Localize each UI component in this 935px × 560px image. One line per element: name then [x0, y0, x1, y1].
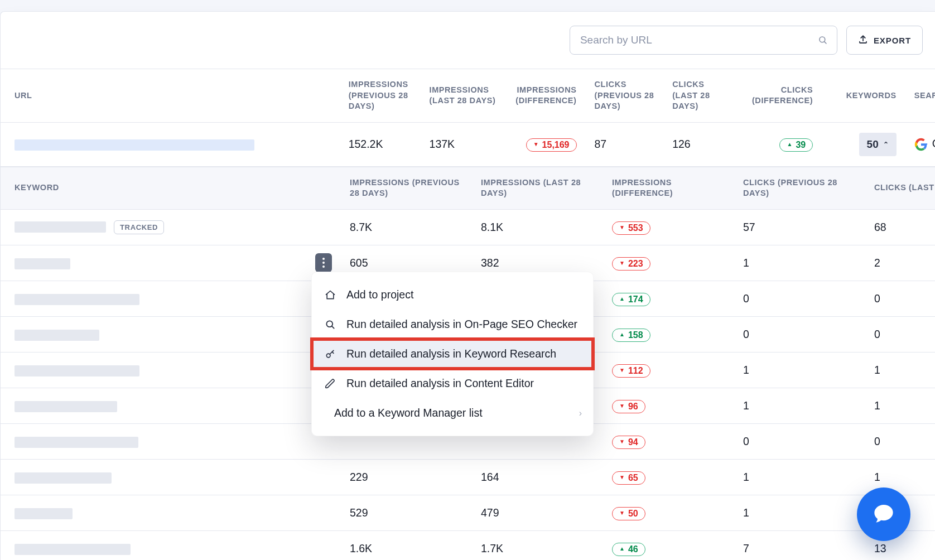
cell-clk-prev: 87: [586, 122, 664, 166]
cell-kw-imp-diff: ▼223: [603, 245, 734, 281]
chat-icon: [873, 502, 895, 527]
cell-kw-imp-last: 1.7K: [472, 530, 603, 560]
cell-kw-clk-last: 68: [865, 209, 935, 245]
pencil-icon: [324, 378, 336, 389]
col-search-engine[interactable]: SEARCH ENGINE: [905, 69, 935, 123]
search-icon: [324, 319, 336, 330]
cell-kw-clk-prev: 1: [734, 495, 865, 530]
col-url[interactable]: URL: [1, 69, 340, 123]
cell-kw-clk-prev: 1: [734, 388, 865, 423]
chat-fab[interactable]: [857, 487, 910, 541]
cell-imp-last: 137K: [421, 122, 507, 166]
keyword-row[interactable]: TRACKED8.7K8.1K▼5535768: [1, 209, 935, 245]
cell-kw-imp-prev: 8.7K: [341, 209, 472, 245]
keyword-row[interactable]: 229164▼6511: [1, 459, 935, 495]
col-kw-imp-prev[interactable]: IMPRESSIONS (PREVIOUS 28 DAYS): [341, 167, 472, 209]
keyword-placeholder: [15, 401, 117, 412]
col-clk-diff[interactable]: CLICKS (DIFFERENCE): [741, 69, 822, 123]
col-clk-last[interactable]: CLICKS (LAST 28 DAYS): [663, 69, 741, 123]
col-keywords[interactable]: KEYWORDS: [822, 69, 905, 123]
cell-kw-imp-prev: 1.6K: [341, 530, 472, 560]
col-imp-prev[interactable]: IMPRESSIONS (PREVIOUS 28 DAYS): [340, 69, 421, 123]
cell-kw-clk-last: 0: [865, 316, 935, 352]
url-row[interactable]: 152.2K 137K ▼15,169 87 126 ▲39 50⌃: [1, 122, 935, 166]
cell-kw-clk-prev: 0: [734, 281, 865, 316]
cell-keywords[interactable]: 50⌃: [822, 122, 905, 166]
cell-kw-clk-prev: 57: [734, 209, 865, 245]
keyword-placeholder: [15, 330, 99, 341]
cell-kw-imp-prev: 229: [341, 459, 472, 495]
col-kw-clk-prev[interactable]: CLICKS (PREVIOUS 28 DAYS): [734, 167, 865, 209]
cell-kw-clk-last: 0: [865, 281, 935, 316]
tracked-badge: TRACKED: [114, 220, 164, 234]
upload-icon: [858, 35, 868, 46]
up-arrow-icon: ▲: [787, 142, 792, 147]
url-search-input[interactable]: [579, 33, 812, 47]
keyword-placeholder: [15, 258, 70, 269]
cell-kw-clk-prev: 0: [734, 316, 865, 352]
keyword-placeholder: [15, 365, 139, 376]
keyword-placeholder: [15, 544, 131, 555]
row-actions-button[interactable]: [315, 253, 332, 272]
cell-kw-clk-prev: 7: [734, 530, 865, 560]
cell-kw-clk-last: 0: [865, 423, 935, 459]
keyword-context-menu: Add to projectRun detailed analysis in O…: [311, 272, 594, 436]
cell-kw-imp-diff: ▼112: [603, 352, 734, 388]
col-imp-diff[interactable]: IMPRESSIONS (DIFFERENCE): [507, 69, 585, 123]
col-kw-imp-last[interactable]: IMPRESSIONS (LAST 28 DAYS): [472, 167, 603, 209]
home-icon: [324, 289, 336, 301]
cell-kw-imp-diff: ▲158: [603, 316, 734, 352]
keyword-placeholder: [15, 294, 139, 305]
cell-kw-clk-prev: 0: [734, 423, 865, 459]
context-menu-label: Add to a Keyword Manager list: [334, 407, 483, 419]
cell-kw-imp-diff: ▼94: [603, 423, 734, 459]
url-summary-table: URL IMPRESSIONS (PREVIOUS 28 DAYS) IMPRE…: [1, 69, 935, 167]
keyword-row[interactable]: 1.6K1.7K▲46713: [1, 530, 935, 560]
cell-kw-clk-prev: 1: [734, 352, 865, 388]
keyword-row[interactable]: 529479▼501: [1, 495, 935, 530]
cell-kw-imp-diff: ▼65: [603, 459, 734, 495]
cell-kw-clk-prev: 1: [734, 245, 865, 281]
top-bar: EXPORT: [1, 12, 935, 69]
col-imp-last[interactable]: IMPRESSIONS (LAST 28 DAYS): [421, 69, 507, 123]
cell-kw-clk-last: 1: [865, 352, 935, 388]
cell-kw-clk-prev: 1: [734, 459, 865, 495]
export-label: EXPORT: [874, 36, 911, 45]
keyword-placeholder: [15, 437, 138, 448]
cell-kw-clk-last: 1: [865, 388, 935, 423]
chevron-up-icon: ⌃: [883, 141, 889, 148]
cell-clk-last: 126: [663, 122, 741, 166]
context-menu-item[interactable]: Run detailed analysis in On-Page SEO Che…: [312, 310, 593, 339]
col-clk-prev[interactable]: CLICKS (PREVIOUS 28 DAYS): [586, 69, 664, 123]
col-kw-clk-last[interactable]: CLICKS (LAST 28 DAYS): [865, 167, 935, 209]
google-icon: [914, 138, 928, 151]
cell-kw-imp-last: 8.1K: [472, 209, 603, 245]
context-menu-item[interactable]: Add to project: [312, 280, 593, 310]
chevron-right-icon: ›: [579, 408, 582, 418]
cell-kw-imp-last: 164: [472, 459, 603, 495]
context-menu-item[interactable]: Run detailed analysis in Content Editor: [312, 369, 593, 398]
cell-kw-imp-diff: ▼96: [603, 388, 734, 423]
cell-kw-imp-prev: 529: [341, 495, 472, 530]
context-menu-label: Run detailed analysis in On-Page SEO Che…: [346, 318, 577, 331]
keyword-placeholder: [15, 472, 112, 484]
cell-imp-prev: 152.2K: [340, 122, 421, 166]
cell-kw-clk-last: 2: [865, 245, 935, 281]
svg-line-1: [824, 41, 826, 44]
down-arrow-icon: ▼: [533, 142, 539, 147]
col-keyword[interactable]: KEYWORD: [1, 167, 341, 209]
cell-kw-imp-diff: ▼50: [603, 495, 734, 530]
context-menu-item[interactable]: Run detailed analysis in Keyword Researc…: [312, 339, 593, 369]
key-icon: [324, 349, 336, 360]
cell-imp-diff: ▼15,169: [507, 122, 585, 166]
export-button[interactable]: EXPORT: [846, 26, 923, 55]
cell-search-engine: C: [905, 122, 935, 166]
col-kw-imp-diff[interactable]: IMPRESSIONS (DIFFERENCE): [603, 167, 734, 209]
svg-line-3: [332, 326, 334, 328]
search-icon: [818, 35, 828, 45]
cell-kw-imp-diff: ▲174: [603, 281, 734, 316]
url-search-field-wrap[interactable]: [570, 26, 837, 55]
context-menu-label: Add to project: [346, 288, 413, 301]
context-menu-label: Run detailed analysis in Keyword Researc…: [346, 347, 556, 360]
context-menu-item[interactable]: Add to a Keyword Manager list›: [312, 398, 593, 428]
